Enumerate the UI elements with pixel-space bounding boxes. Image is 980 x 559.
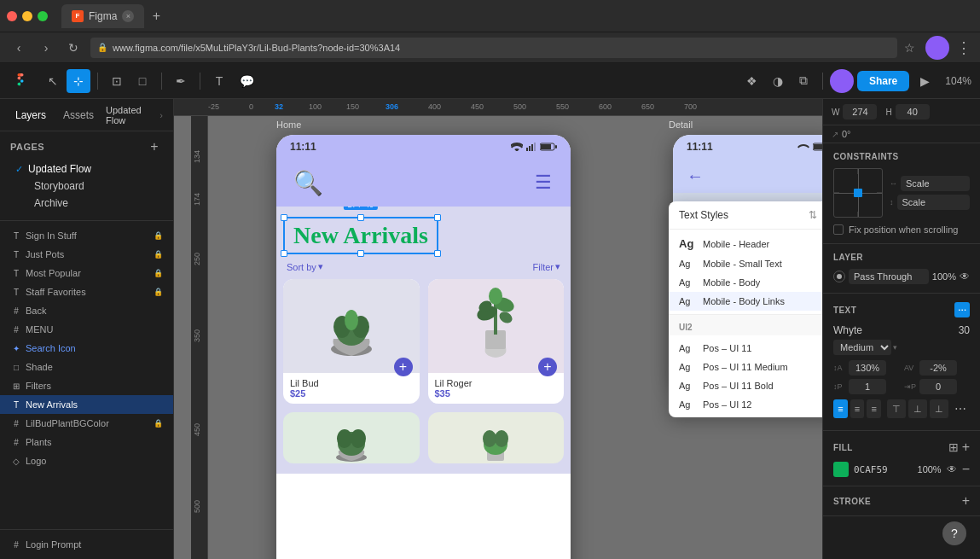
- layer-menu[interactable]: # MENU: [0, 320, 173, 339]
- valign-mid-btn[interactable]: ⊥: [908, 399, 927, 418]
- forward-nav-button[interactable]: ›: [36, 38, 56, 58]
- font-weight-select[interactable]: Medium: [833, 340, 891, 355]
- page-item-updated-flow[interactable]: ✓ Updated Flow: [10, 160, 163, 178]
- style-item-mobile-small[interactable]: Ag Mobile - Small Text: [669, 254, 822, 273]
- align-left-btn[interactable]: ≡: [833, 399, 848, 418]
- bookmark-button[interactable]: ☆: [904, 41, 915, 55]
- assets-tab[interactable]: Assets: [58, 106, 99, 125]
- valign-top-btn[interactable]: ⊤: [887, 399, 906, 418]
- add-to-cart-1[interactable]: +: [394, 358, 413, 376]
- browser-menu-button[interactable]: ⋮: [956, 38, 971, 57]
- maximize-button[interactable]: [38, 11, 48, 21]
- scale-v-select[interactable]: Scale: [897, 195, 971, 210]
- layer-sign-in-stuff[interactable]: T Sign In Stuff 🔒: [0, 226, 173, 245]
- fix-position-checkbox[interactable]: [833, 224, 844, 235]
- style-item-mobile-header[interactable]: Ag Mobile - Header: [669, 233, 822, 254]
- move-tool[interactable]: ↖: [41, 69, 65, 93]
- toolbar-separator-4: [822, 73, 823, 90]
- fill-grid-btn[interactable]: ⊞: [948, 440, 959, 454]
- fill-eye-btn[interactable]: 👁: [947, 463, 957, 475]
- add-page-button[interactable]: +: [146, 138, 163, 155]
- style-item-pos-11-bold[interactable]: Ag Pos – UI 11 Bold: [669, 376, 822, 395]
- align-center-btn[interactable]: ≡: [850, 399, 865, 418]
- letter-spacing-input[interactable]: [919, 360, 957, 376]
- close-button[interactable]: [7, 11, 17, 21]
- scale-h-select[interactable]: Scale: [901, 176, 970, 191]
- more-text-options-btn[interactable]: ⋯: [951, 399, 970, 418]
- canvas-area[interactable]: -25 0 32 100 150 306 400 450 500 550 600…: [174, 99, 822, 559]
- address-bar[interactable]: 🔒 www.figma.com/file/x5MuLtiPlaY3r/Lil-B…: [90, 38, 897, 58]
- layer-lil-bud-bg[interactable]: # LilBudPlantBGColor 🔒: [0, 414, 173, 433]
- ruler-v-mark-500: 500: [193, 500, 201, 513]
- text-tool[interactable]: T: [207, 69, 231, 93]
- active-tab[interactable]: F Figma ×: [61, 4, 144, 28]
- breadcrumb-text: Updated Flow: [106, 105, 156, 125]
- layer-new-arrivals[interactable]: T New Arrivals: [0, 395, 173, 414]
- user-profile-avatar[interactable]: [830, 69, 854, 93]
- tab-close-button[interactable]: ×: [122, 10, 134, 22]
- visibility-toggle[interactable]: 👁: [960, 271, 970, 282]
- blend-mode-select[interactable]: Pass Through: [849, 269, 929, 284]
- layer-shade[interactable]: □ Shade: [0, 358, 173, 376]
- tool-group-select: ↖ ⊹: [41, 69, 90, 93]
- minimize-button[interactable]: [22, 11, 32, 21]
- layer-search-icon[interactable]: ✦ Search Icon: [0, 339, 173, 358]
- indent-input[interactable]: [919, 379, 957, 394]
- text-style-badge[interactable]: ⋯: [954, 302, 970, 317]
- ruler-vertical: 134 174 250 350 450 500: [191, 116, 208, 559]
- page-item-archive[interactable]: Archive: [10, 195, 163, 212]
- component-tool[interactable]: ❖: [740, 69, 764, 93]
- text-styles-popup: Text Styles ⇅ + Ag Mobile - Header Ag Mo…: [669, 201, 822, 417]
- back-nav-button[interactable]: ‹: [9, 38, 29, 58]
- layer-just-pots[interactable]: T Just Pots 🔒: [0, 245, 173, 264]
- comment-tool[interactable]: 💬: [235, 69, 258, 93]
- sort-by-btn[interactable]: Sort by ▾: [287, 261, 323, 272]
- frame-tool[interactable]: ⊡: [105, 69, 129, 93]
- back-arrow-icon[interactable]: ←: [687, 166, 704, 186]
- align-right-btn[interactable]: ≡: [867, 399, 881, 418]
- fill-color-swatch[interactable]: [833, 462, 849, 477]
- line-height-input[interactable]: [849, 360, 886, 376]
- stroke-add-btn[interactable]: +: [962, 493, 970, 509]
- filter-btn[interactable]: Filter ▾: [533, 261, 560, 272]
- layer-filters[interactable]: ⊞ Filters: [0, 376, 173, 395]
- plugin-tool[interactable]: ⧉: [792, 69, 815, 93]
- layer-logo[interactable]: ◇ Logo: [0, 451, 173, 470]
- help-button[interactable]: ?: [942, 521, 966, 545]
- layer-login-prompt[interactable]: # Login Prompt: [10, 535, 163, 554]
- layer-staff-favorites[interactable]: T Staff Favorites 🔒: [0, 282, 173, 301]
- valign-bot-btn[interactable]: ⊥: [930, 399, 948, 418]
- style-item-pos-11-med[interactable]: Ag Pos – UI 11 Medium: [669, 358, 822, 376]
- layer-most-popular[interactable]: T Most Popular 🔒: [0, 264, 173, 282]
- layer-plants[interactable]: # Plants: [0, 433, 173, 451]
- layers-tab[interactable]: Layers: [10, 106, 51, 125]
- pen-tool[interactable]: ✒: [169, 69, 193, 93]
- help-button-container: ?: [942, 521, 966, 545]
- layer-label: LilBudPlantBGColor: [26, 418, 150, 428]
- share-button[interactable]: Share: [857, 71, 909, 91]
- style-item-pos-11[interactable]: Ag Pos – UI 11: [669, 339, 822, 358]
- canvas-viewport[interactable]: 134 174 250 350 450 500 Home Detail 11:1…: [191, 116, 822, 559]
- refresh-button[interactable]: ↻: [63, 38, 84, 58]
- style-item-mobile-body[interactable]: Ag Mobile - Body: [669, 273, 822, 292]
- style-item-pos-12[interactable]: Ag Pos – UI 12: [669, 395, 822, 414]
- figma-logo[interactable]: [9, 69, 32, 93]
- contrast-tool[interactable]: ◑: [766, 69, 790, 93]
- para-spacing-input[interactable]: [849, 379, 886, 394]
- h-input[interactable]: [896, 104, 930, 119]
- add-to-cart-2[interactable]: +: [538, 358, 557, 376]
- present-button[interactable]: ▶: [913, 69, 937, 93]
- style-item-mobile-body-links[interactable]: Ag Mobile - Body Links: [669, 292, 822, 311]
- layer-back[interactable]: # Back: [0, 301, 173, 320]
- w-input[interactable]: [843, 104, 877, 119]
- new-tab-button[interactable]: +: [148, 8, 165, 25]
- user-avatar[interactable]: [925, 36, 949, 60]
- fill-remove-btn[interactable]: −: [962, 462, 970, 477]
- fill-add-btn[interactable]: +: [962, 440, 970, 455]
- dash-bottom: [858, 212, 859, 217]
- scale-tool[interactable]: ⊹: [67, 69, 90, 93]
- sort-styles-button[interactable]: ⇅: [809, 209, 817, 221]
- layer-type-icon: □: [10, 363, 22, 372]
- shape-tool[interactable]: □: [130, 69, 154, 93]
- page-item-storyboard[interactable]: Storyboard: [10, 178, 163, 195]
